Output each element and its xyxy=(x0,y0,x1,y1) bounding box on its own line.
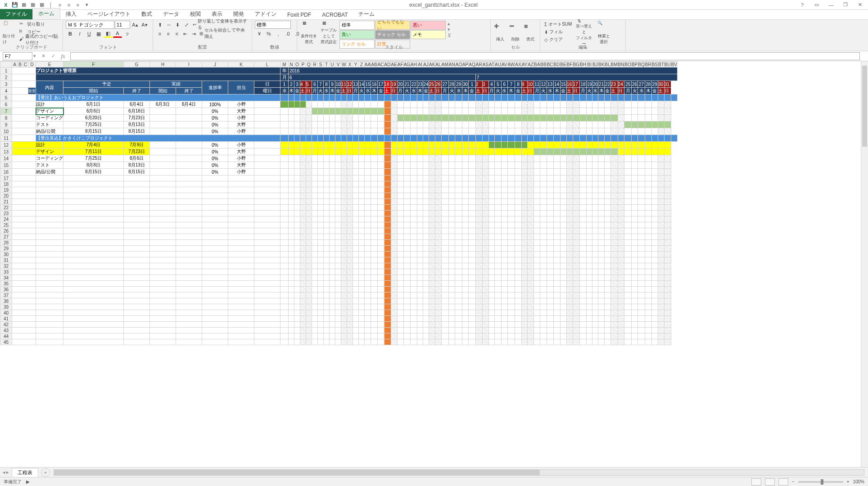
gantt-cell[interactable] xyxy=(306,240,312,246)
col-header-AK[interactable]: AK xyxy=(429,62,435,68)
gantt-cell[interactable] xyxy=(318,310,324,316)
gantt-cell[interactable] xyxy=(384,181,391,187)
gantt-cell[interactable] xyxy=(417,222,423,228)
gantt-cell[interactable] xyxy=(501,246,507,252)
gantt-cell[interactable] xyxy=(335,211,341,216)
gantt-cell[interactable] xyxy=(341,246,347,252)
gantt-cell[interactable] xyxy=(441,169,448,176)
gantt-cell[interactable] xyxy=(429,162,435,169)
gantt-cell[interactable] xyxy=(587,269,592,275)
cancel-formula-icon[interactable]: ✕ xyxy=(39,52,48,60)
gantt-cell[interactable] xyxy=(631,257,637,263)
gantt-cell[interactable] xyxy=(547,142,553,148)
gantt-cell[interactable] xyxy=(580,108,587,115)
gantt-cell[interactable] xyxy=(631,122,637,128)
gantt-cell[interactable] xyxy=(521,122,528,128)
col-header-BJ[interactable]: BJ xyxy=(592,62,598,68)
gantt-cell[interactable] xyxy=(455,169,462,176)
planned-end[interactable]: 7月23日 xyxy=(124,148,150,155)
gantt-cell[interactable] xyxy=(294,211,300,216)
gantt-cell[interactable] xyxy=(353,234,359,240)
gantt-cell[interactable] xyxy=(435,108,441,115)
cell[interactable] xyxy=(124,333,150,339)
gantt-cell[interactable] xyxy=(515,328,521,333)
gantt-cell[interactable] xyxy=(289,193,294,199)
gantt-cell[interactable] xyxy=(651,246,658,252)
gantt-cell[interactable] xyxy=(353,328,359,333)
gantt-cell[interactable] xyxy=(377,122,384,128)
gantt-cell[interactable] xyxy=(377,193,384,199)
gantt-cell[interactable] xyxy=(598,142,605,148)
gantt-cell[interactable] xyxy=(330,216,335,222)
gantt-cell[interactable] xyxy=(605,281,610,287)
gantt-cell[interactable] xyxy=(341,199,347,205)
gantt-cell[interactable] xyxy=(455,199,462,205)
gantt-cell[interactable] xyxy=(475,234,482,240)
gantt-cell[interactable] xyxy=(488,128,494,135)
gantt-cell[interactable] xyxy=(435,275,441,281)
gantt-cell[interactable] xyxy=(312,228,318,234)
close-icon[interactable]: ✕ xyxy=(854,1,865,9)
gantt-cell[interactable] xyxy=(501,211,507,216)
gantt-cell[interactable] xyxy=(397,257,403,263)
owner[interactable]: 小野 xyxy=(228,115,254,122)
gantt-cell[interactable] xyxy=(528,181,534,187)
gantt-cell[interactable] xyxy=(501,115,507,122)
gantt-cell[interactable] xyxy=(592,193,598,199)
gantt-cell[interactable] xyxy=(501,316,507,322)
gantt-cell[interactable] xyxy=(658,216,664,222)
gantt-cell[interactable] xyxy=(566,328,573,333)
cell[interactable] xyxy=(36,211,63,216)
gantt-cell[interactable] xyxy=(294,142,300,148)
gantt-cell[interactable] xyxy=(664,287,671,292)
gantt-cell[interactable] xyxy=(411,339,417,345)
gantt-cell[interactable] xyxy=(324,94,330,101)
gantt-cell[interactable] xyxy=(353,199,359,205)
gantt-cell[interactable] xyxy=(294,199,300,205)
row-header-10[interactable]: 10 xyxy=(0,128,12,135)
gantt-cell[interactable] xyxy=(566,246,573,252)
gantt-cell[interactable] xyxy=(469,240,475,246)
col-header-BN[interactable]: BN xyxy=(618,62,624,68)
gantt-cell[interactable] xyxy=(294,135,300,142)
gantt-cell[interactable] xyxy=(598,193,605,199)
gantt-cell[interactable] xyxy=(435,142,441,148)
cell[interactable] xyxy=(228,205,254,211)
gantt-cell[interactable] xyxy=(540,246,547,252)
gantt-cell[interactable] xyxy=(507,199,515,205)
currency-icon[interactable]: ¥ xyxy=(255,30,264,38)
gantt-cell[interactable] xyxy=(462,310,468,316)
gantt-cell[interactable] xyxy=(651,128,658,135)
gantt-cell[interactable] xyxy=(580,234,587,240)
gantt-cell[interactable] xyxy=(495,122,502,128)
cell[interactable] xyxy=(150,322,176,328)
gantt-cell[interactable] xyxy=(566,304,573,310)
gantt-cell[interactable] xyxy=(371,222,377,228)
gantt-cell[interactable] xyxy=(592,228,598,234)
gantt-cell[interactable] xyxy=(411,252,417,257)
gantt-cell[interactable] xyxy=(618,269,624,275)
gantt-cell[interactable] xyxy=(475,240,482,246)
cell[interactable] xyxy=(124,176,150,181)
gantt-cell[interactable] xyxy=(580,304,587,310)
gantt-cell[interactable] xyxy=(553,228,560,234)
gantt-cell[interactable] xyxy=(573,257,579,263)
gantt-cell[interactable] xyxy=(318,108,324,115)
gantt-cell[interactable] xyxy=(280,142,289,148)
gantt-cell[interactable] xyxy=(580,339,587,345)
gantt-cell[interactable] xyxy=(528,162,534,169)
gantt-cell[interactable] xyxy=(560,222,566,228)
gantt-cell[interactable] xyxy=(341,94,347,101)
gantt-cell[interactable] xyxy=(553,222,560,228)
cell[interactable] xyxy=(124,298,150,304)
gantt-cell[interactable] xyxy=(441,187,448,193)
gantt-cell[interactable] xyxy=(347,246,353,252)
cell[interactable] xyxy=(228,316,254,322)
gantt-cell[interactable] xyxy=(365,234,371,240)
gantt-cell[interactable] xyxy=(397,205,403,211)
gantt-cell[interactable] xyxy=(495,216,502,222)
cell[interactable] xyxy=(63,193,124,199)
gantt-cell[interactable] xyxy=(645,122,651,128)
planned-start[interactable]: 7月11日 xyxy=(63,148,124,155)
gantt-cell[interactable] xyxy=(289,234,294,240)
